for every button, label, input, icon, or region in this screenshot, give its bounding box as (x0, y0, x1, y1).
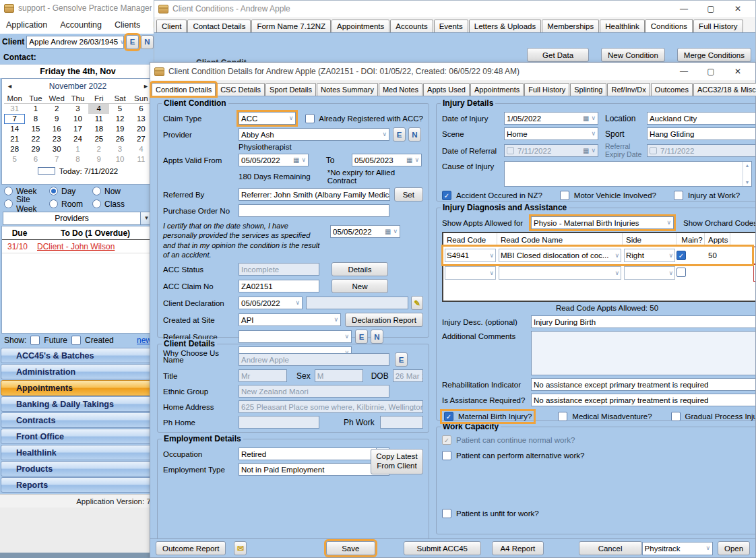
todo-row[interactable]: 31/10 DClient - John Wilson (2, 240, 154, 253)
tab-appointments[interactable]: Appointments (470, 83, 524, 96)
new-condition-button[interactable]: New Condition (601, 48, 665, 62)
calendar-day[interactable]: 22 (25, 134, 46, 144)
main-checkbox[interactable]: ✓ (676, 251, 686, 260)
referral-source-new-button[interactable]: N (371, 330, 383, 344)
referred-by-field[interactable]: Referrer: John Smith (Albany Family Medi… (239, 188, 390, 201)
nav-reports[interactable]: Reports (1, 477, 155, 493)
calendar-day[interactable]: 6 (131, 104, 152, 114)
occupation-dropdown[interactable]: Retired∨ (239, 447, 389, 460)
cancel-button[interactable]: Cancel (579, 541, 642, 555)
unfit-work-option[interactable]: Patient is unfit for work? (442, 509, 755, 518)
save-button[interactable]: Save (326, 541, 375, 555)
open-button[interactable]: Open (718, 541, 750, 555)
tab-notes-summary[interactable]: Notes Summary (317, 83, 378, 96)
scene-dropdown[interactable]: Home∨ (504, 127, 598, 140)
side-dropdown[interactable]: ∨ (624, 266, 675, 280)
tab-client[interactable]: Client (156, 20, 187, 32)
calendar-day-today[interactable]: 7 (4, 114, 25, 124)
calendar-day[interactable]: 1 (25, 104, 46, 114)
calendar-day[interactable]: 9 (46, 114, 67, 124)
motor-vehicle-checkbox[interactable] (560, 191, 569, 200)
read-code-dropdown[interactable]: ∨ (445, 266, 496, 280)
main-checkbox[interactable] (676, 268, 686, 277)
outcome-report-button[interactable]: Outcome Report (156, 541, 226, 555)
claim-type-dropdown[interactable]: ACC∨ (239, 112, 296, 125)
calendar-day[interactable]: 13 (131, 114, 152, 124)
envelope-icon[interactable]: ✉ (234, 541, 247, 555)
merge-conditions-button[interactable]: Merge Conditions (677, 48, 751, 62)
read-code-name-dropdown[interactable]: ∨ (499, 266, 621, 280)
a4-report-button[interactable]: A4 Report (492, 541, 544, 555)
calendar-day[interactable]: 12 (109, 114, 130, 124)
calendar-day[interactable]: 11 (88, 114, 109, 124)
calendar-day[interactable]: 16 (46, 124, 67, 134)
calendar-day[interactable]: 5 (109, 104, 130, 114)
injury-at-work-checkbox[interactable] (674, 191, 683, 200)
calendar-day[interactable]: 2 (46, 104, 67, 114)
calendar-day[interactable]: 31 (4, 104, 25, 114)
tab-accounts[interactable]: Accounts (390, 20, 433, 32)
calendar-day[interactable]: 27 (131, 134, 152, 144)
calendar-day[interactable]: 24 (67, 134, 88, 144)
tab-med-notes[interactable]: Med Notes (379, 83, 422, 96)
tab-condition-details[interactable]: Condition Details (152, 83, 216, 96)
name-edit-button[interactable]: E (395, 352, 408, 367)
calendar-day[interactable]: 11 (131, 154, 152, 164)
set-referrer-button[interactable]: Set (394, 187, 423, 202)
calendar-day[interactable]: 19 (109, 124, 130, 134)
calendar-day[interactable]: 1 (67, 144, 88, 154)
created-at-site-dropdown[interactable]: API∨ (239, 313, 341, 326)
acc-claim-no-field[interactable]: ZA02151 (239, 280, 319, 292)
show-appts-allowed-dropdown[interactable]: Physio - Maternal Birth Injuries∨ (531, 216, 674, 229)
date-checkbox[interactable] (507, 147, 514, 154)
calendar-day[interactable]: 6 (25, 154, 46, 164)
gradual-process-checkbox[interactable] (671, 412, 681, 421)
date-of-injury-datepicker[interactable]: 1/05/2022▦∨ (504, 112, 598, 125)
tab-form-name[interactable]: Form Name 7.12NZ (251, 20, 331, 32)
calendar-day[interactable]: 2 (88, 144, 109, 154)
sport-dropdown[interactable]: Hang Gliding∨ (647, 127, 755, 140)
declaration-report-button[interactable]: Declaration Report (345, 313, 423, 327)
date-of-referral-datepicker[interactable]: 7/11/2022▦∨ (504, 144, 598, 157)
calendar-month-label[interactable]: November 2022 (49, 82, 106, 91)
copy-latest-from-client-button[interactable]: Copy Latest From Client (371, 449, 423, 474)
already-registered-checkbox[interactable] (305, 114, 315, 123)
tab-appts-used[interactable]: Appts Used (423, 83, 470, 96)
unfit-work-checkbox[interactable] (442, 509, 451, 518)
calendar-day-selected[interactable]: 4 (88, 104, 109, 114)
calendar-day[interactable]: 30 (46, 144, 67, 154)
additional-comments-textarea[interactable]: ▲▼ (531, 331, 755, 375)
nav-products[interactable]: Products (1, 461, 155, 476)
nav-banking-daily-takings[interactable]: Banking & Daily Takings (1, 396, 155, 412)
client-edit-button[interactable]: E (126, 35, 139, 49)
tab-conditions[interactable]: Conditions (645, 19, 693, 32)
get-data-button[interactable]: Get Data (527, 48, 589, 62)
appts-value[interactable]: 50 (705, 251, 730, 259)
tab-healthlink[interactable]: Healthlink (600, 20, 645, 32)
todo-item-link[interactable]: DClient - John Wilson (37, 242, 154, 251)
referral-source-edit-button[interactable]: E (355, 330, 368, 344)
client-dropdown[interactable]: Apple Andrew 26/03/1945 ∨ (26, 36, 124, 49)
physitrack-dropdown[interactable]: Physitrack∨ (642, 542, 713, 555)
calendar-day[interactable]: 10 (109, 154, 130, 164)
calendar-day[interactable]: 10 (67, 114, 88, 124)
calendar-day[interactable]: 3 (67, 104, 88, 114)
tab-acc32-18-misc[interactable]: ACC32/18 & Misc B (693, 83, 756, 96)
created-checkbox[interactable] (71, 336, 81, 345)
view-now-option[interactable]: Now (92, 187, 121, 196)
calendar-day[interactable]: 17 (67, 124, 88, 134)
calendar-day[interactable]: 3 (109, 144, 130, 154)
view-class-option[interactable]: Class (92, 199, 125, 209)
menu-accounting[interactable]: Accounting (60, 20, 102, 30)
tab-full-history[interactable]: Full History (524, 83, 569, 96)
tab-events[interactable]: Events (434, 20, 468, 32)
alternative-work-option[interactable]: Patient can perform alternative work? (442, 451, 755, 460)
tab-appointments[interactable]: Appointments (332, 20, 389, 32)
calendar-day[interactable]: 26 (109, 134, 130, 144)
menu-application[interactable]: Application (6, 20, 47, 30)
client-declaration-dropdown[interactable]: 05/05/2022∨ (239, 297, 303, 309)
alternative-work-checkbox[interactable] (442, 451, 451, 460)
calendar-day[interactable]: 14 (4, 124, 25, 134)
is-assistance-required-dropdown[interactable]: No assistance except primary treatment i… (531, 394, 755, 406)
calendar-day[interactable]: 20 (131, 124, 152, 134)
